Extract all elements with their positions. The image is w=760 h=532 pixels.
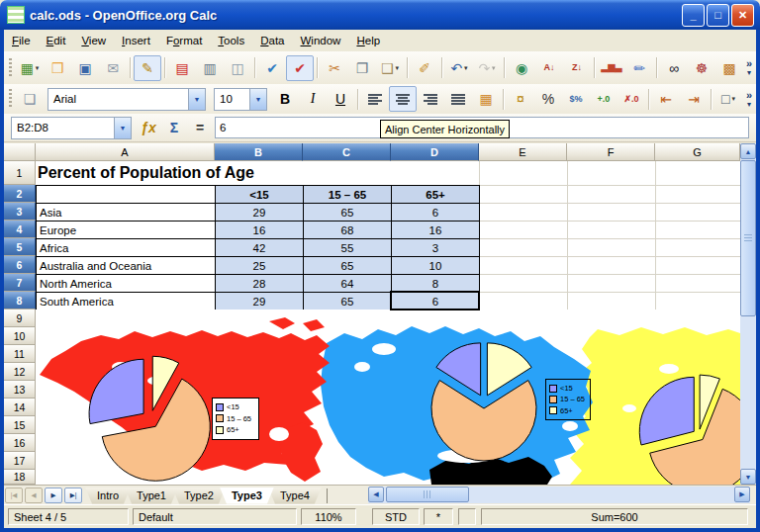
status-modified[interactable]: * (424, 508, 453, 525)
status-sheet[interactable]: Sheet 4 / 5 (8, 508, 129, 525)
close-button[interactable]: ✕ (731, 4, 754, 27)
sheet-tab-type3[interactable]: Type3 (220, 488, 274, 504)
menu-window[interactable]: Window (293, 32, 349, 49)
value-cell[interactable]: 64 (304, 275, 392, 293)
header-cell[interactable]: 65+ (392, 186, 480, 204)
name-box[interactable]: B2:D8 ▼ (11, 117, 132, 139)
merge-cells-button[interactable]: ▦ (472, 86, 500, 112)
horizontal-scrollbar[interactable]: ◀ ▶ (368, 487, 750, 503)
scroll-left-button[interactable]: ◀ (368, 487, 384, 502)
dropdown-arrow-icon[interactable]: ▾ (396, 64, 400, 72)
align-left-button[interactable] (361, 86, 389, 112)
function-button[interactable]: = (187, 117, 213, 138)
row-header-15[interactable]: 15 (4, 416, 36, 434)
sum-button[interactable]: Σ (161, 117, 187, 138)
copy-button[interactable]: ❐ (348, 55, 376, 81)
column-header-g[interactable]: G (655, 143, 740, 161)
document-as-email-button[interactable]: ✉ (99, 55, 127, 81)
row-header-13[interactable]: 13 (4, 381, 36, 399)
row-header-3[interactable]: 3 (4, 203, 36, 221)
value-cell[interactable]: 10 (392, 257, 480, 275)
status-zoom[interactable]: 110% (301, 508, 356, 525)
previous-sheet-button[interactable]: ◀ (25, 488, 43, 503)
value-cell[interactable]: 6 (392, 204, 480, 222)
value-cell[interactable]: 29 (216, 293, 304, 310)
toolbar-drag-handle[interactable] (9, 58, 12, 78)
sort-ascending-button[interactable]: A↓ (535, 55, 563, 81)
menu-insert[interactable]: Insert (114, 32, 158, 49)
value-cell[interactable]: 55 (304, 239, 392, 257)
auto-spellcheck-button[interactable]: ✔ (286, 55, 314, 81)
borders-button[interactable]: □▾ (714, 86, 742, 112)
cells-area[interactable]: Percent of Population of Age <1515 – 656… (36, 161, 740, 485)
row-header-10[interactable]: 10 (4, 327, 36, 345)
chevron-down-icon[interactable]: ▼ (249, 89, 266, 110)
row-header-11[interactable]: 11 (4, 345, 36, 363)
column-header-e[interactable]: E (479, 143, 567, 161)
value-cell[interactable]: 25 (216, 257, 304, 275)
status-page-style[interactable]: Default (133, 508, 297, 525)
value-cell[interactable]: 68 (304, 222, 392, 239)
maximize-button[interactable]: □ (707, 4, 729, 27)
redo-button[interactable]: ↷▾ (473, 55, 501, 81)
value-cell[interactable]: 8 (392, 275, 480, 293)
value-cell[interactable]: 28 (216, 275, 304, 293)
font-size-combo[interactable]: 10 ▼ (214, 88, 267, 111)
underline-button[interactable]: U (327, 86, 354, 112)
menu-data[interactable]: Data (252, 32, 292, 49)
region-label-cell[interactable]: South America (37, 293, 216, 310)
vertical-scrollbar[interactable]: ▲ ▼ (740, 143, 756, 485)
paste-button[interactable]: ❑▾ (376, 55, 404, 81)
value-cell[interactable]: 6 (392, 293, 480, 310)
menu-tools[interactable]: Tools (210, 32, 252, 49)
insert-chart-button[interactable]: ▂▆▃ (598, 55, 625, 81)
sheet-tab-type1[interactable]: Type1 (125, 488, 178, 504)
region-label-cell[interactable]: North America (37, 275, 216, 293)
scroll-down-button[interactable]: ▼ (740, 469, 756, 485)
row-header-18[interactable]: 18 (4, 470, 36, 485)
region-label-cell[interactable]: Asia (37, 204, 216, 222)
column-header-c[interactable]: C (303, 143, 391, 161)
toolbar-overflow-button[interactable]: » ▾ (746, 58, 756, 77)
cell-a1-title[interactable]: Percent of Population of Age (36, 161, 479, 185)
row-header-7[interactable]: 7 (4, 274, 36, 292)
page-preview-button[interactable]: ◫ (224, 55, 251, 81)
font-name-combo[interactable]: Arial ▼ (48, 88, 206, 111)
align-justified-button[interactable] (444, 86, 472, 112)
chevron-down-icon[interactable]: ▼ (114, 118, 131, 138)
undo-button[interactable]: ↶▾ (445, 55, 473, 81)
scroll-right-button[interactable]: ▶ (734, 487, 750, 502)
styles-and-formatting-button[interactable]: ❏ (16, 86, 44, 112)
cell-a2[interactable] (37, 186, 216, 204)
cut-button[interactable]: ✂ (321, 55, 348, 81)
row-header-17[interactable]: 17 (4, 452, 36, 470)
row-header-6[interactable]: 6 (4, 256, 36, 274)
minimize-button[interactable]: _ (682, 4, 705, 27)
menu-file[interactable]: File (4, 32, 39, 49)
value-cell[interactable]: 3 (392, 239, 480, 257)
delete-decimal-place-button[interactable]: ✗.0 (618, 86, 645, 112)
row-header-4[interactable]: 4 (4, 221, 36, 238)
row-header-16[interactable]: 16 (4, 434, 36, 452)
column-header-b[interactable]: B (215, 143, 303, 161)
align-center-button[interactable] (389, 86, 417, 112)
row-header-8[interactable]: 8 (4, 292, 36, 310)
menu-edit[interactable]: Edit (39, 32, 74, 49)
decrease-indent-button[interactable]: ⇤ (652, 86, 680, 112)
menu-view[interactable]: View (73, 32, 114, 49)
value-cell[interactable]: 16 (392, 222, 480, 239)
column-header-f[interactable]: F (567, 143, 655, 161)
region-label-cell[interactable]: Africa (37, 239, 216, 257)
status-mode[interactable]: STD (372, 508, 420, 525)
row-header-2[interactable]: 2 (4, 185, 36, 203)
sheet-tab-type2[interactable]: Type2 (172, 488, 226, 504)
italic-button[interactable]: I (299, 86, 327, 112)
bold-button[interactable]: B (271, 86, 299, 112)
value-cell[interactable]: 65 (304, 293, 392, 310)
select-all-corner[interactable] (4, 143, 36, 161)
add-decimal-place-button[interactable]: +.0 (590, 86, 618, 112)
title-bar[interactable]: calc.ods - OpenOffice.org Calc _ □ ✕ (0, 0, 760, 30)
value-cell[interactable]: 65 (304, 257, 392, 275)
number-format-percent-button[interactable]: % (534, 86, 562, 112)
toolbar-drag-handle[interactable] (9, 89, 12, 109)
